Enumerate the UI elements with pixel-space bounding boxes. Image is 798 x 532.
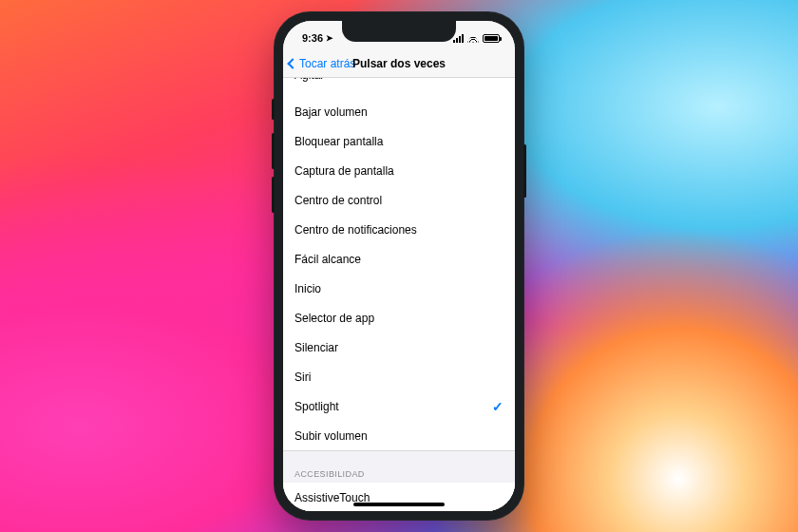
notch	[342, 21, 456, 42]
option-captura-de-pantalla[interactable]: Captura de pantalla	[283, 156, 515, 185]
phone-frame: 9:36 ➤ Tocar atrás Pulsar dos veces	[274, 11, 524, 521]
option-label: Bloquear pantalla	[294, 135, 383, 148]
battery-icon	[483, 34, 500, 43]
option-label: Selector de app	[294, 312, 374, 325]
option-inicio[interactable]: Inicio	[283, 274, 515, 303]
option-label: Silenciar	[294, 341, 338, 354]
option-label: Siri	[294, 370, 311, 384]
option-subir-volumen[interactable]: Subir volumen	[283, 421, 515, 450]
volume-up-hw	[272, 133, 275, 169]
option-centro-de-control[interactable]: Centro de control	[283, 185, 515, 215]
option-silenciar[interactable]: Silenciar	[283, 332, 515, 362]
option-label: Spotlight	[294, 400, 339, 413]
option-label: Bajar volumen	[294, 105, 368, 119]
status-time: 9:36	[302, 32, 323, 44]
option-label: Centro de control	[294, 194, 382, 207]
cellular-signal-icon	[453, 34, 464, 43]
phone-screen: 9:36 ➤ Tocar atrás Pulsar dos veces	[283, 21, 515, 511]
back-button[interactable]: Tocar atrás	[289, 57, 355, 70]
option-spotlight[interactable]: Spotlight ✓	[283, 391, 515, 421]
option-label: Captura de pantalla	[294, 164, 394, 178]
option-label: Inicio	[294, 282, 321, 295]
settings-list[interactable]: Agitar Bajar volumen Bloquear pantalla C…	[283, 78, 515, 511]
chevron-left-icon	[287, 58, 297, 68]
option-label: Centro de notificaciones	[294, 223, 417, 237]
option-label: Agitar	[294, 78, 324, 82]
mute-switch	[272, 99, 275, 120]
option-selector-de-app[interactable]: Selector de app	[283, 303, 515, 332]
checkmark-icon: ✓	[492, 399, 504, 414]
desktop-wallpaper: 9:36 ➤ Tocar atrás Pulsar dos veces	[0, 0, 798, 532]
option-assistivetouch[interactable]: AssistiveTouch	[283, 483, 515, 511]
option-facil-alcance[interactable]: Fácil alcance	[283, 244, 515, 274]
page-title: Pulsar dos veces	[352, 57, 446, 70]
option-label: Subir volumen	[294, 429, 368, 443]
navigation-bar: Tocar atrás Pulsar dos veces	[283, 49, 515, 78]
side-button-hw	[523, 144, 526, 198]
back-label: Tocar atrás	[299, 57, 355, 70]
option-siri[interactable]: Siri	[283, 362, 515, 391]
option-bajar-volumen[interactable]: Bajar volumen	[283, 97, 515, 126]
volume-down-hw	[272, 177, 275, 213]
section-header-accesibilidad: ACCESIBILIDAD	[283, 450, 515, 483]
wifi-icon	[467, 34, 479, 43]
location-icon: ➤	[326, 33, 333, 43]
option-centro-de-notificaciones[interactable]: Centro de notificaciones	[283, 215, 515, 244]
home-indicator[interactable]	[353, 503, 445, 506]
option-agitar[interactable]: Agitar	[283, 78, 515, 97]
option-label: Fácil alcance	[294, 253, 361, 266]
option-bloquear-pantalla[interactable]: Bloquear pantalla	[283, 126, 515, 156]
